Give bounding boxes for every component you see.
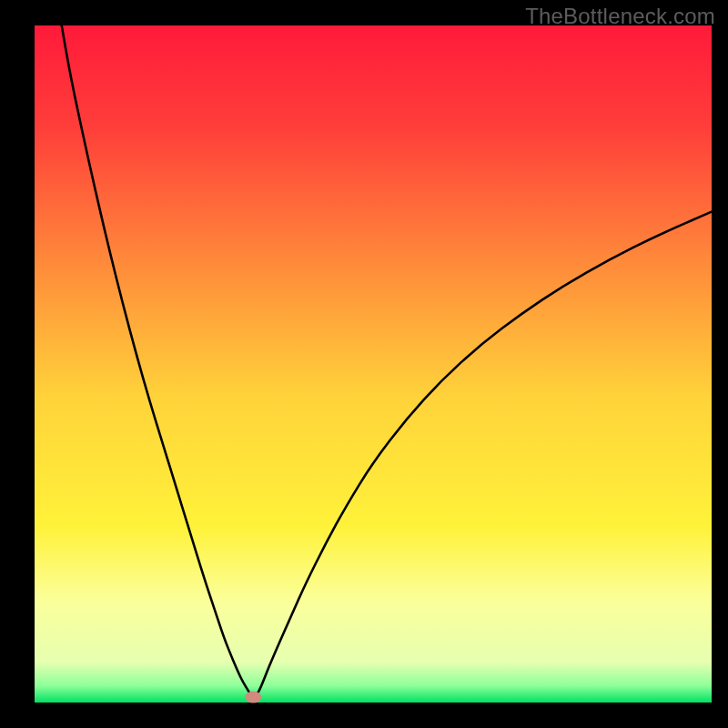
optimal-point-marker — [245, 692, 261, 703]
bottleneck-chart — [0, 0, 728, 728]
watermark-text: TheBottleneck.com — [525, 4, 715, 29]
plot-background — [35, 25, 712, 703]
